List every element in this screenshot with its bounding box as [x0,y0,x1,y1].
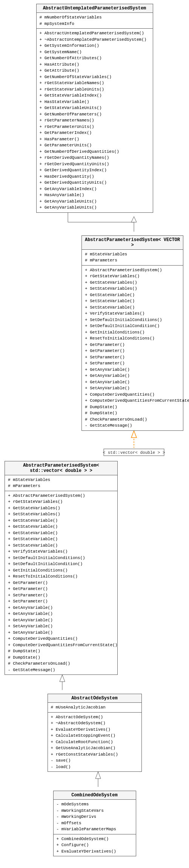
method-18: + HasParameter() [40,136,150,143]
method-12: + HasStateVariable() [40,99,150,105]
combined-connector-svg [4,772,189,791]
method-17: + GetParameterIndex() [40,130,150,136]
combined-ode-fields: - mOdeSystems - mWorkingStateVars - mWor… [54,800,136,834]
method-4: + GetSystemName() [40,49,150,55]
abstract-parameterised-stdvector-title: AbstractParameterisedSystem< std::vector… [5,461,117,475]
abstract-parameterised-stdvector-fields: # mStateVariables # mParameters [5,475,117,491]
method-5: + GetNumberOfAttributes() [40,55,150,61]
method-14: + GetNumberOfParameters() [40,111,150,118]
pv-field-1: # mStateVariables [85,251,180,258]
method-29: + GetAnyVariableUnits() [40,204,150,211]
method-7: + GetAttribute() [40,68,150,74]
method-19: + GetParameterUnits() [40,142,150,149]
combined-ode-methods: + CombinedOdeSystem() + Configure() + Ev… [54,834,136,856]
abstract-parameterised-stdvector-box: AbstractParameterisedSystem< std::vector… [5,461,118,675]
method-13: + GetStateVariableUnits() [40,105,150,111]
abstract-untemplated-box: AbstractUntemplatedParameterisedSystem #… [36,4,153,213]
method-1: + AbstractUntemplatedParameterisedSystem… [40,30,150,37]
svg-marker-9 [60,675,65,682]
abstract-ode-fields: # mUseAnalyticJacobian [48,703,141,713]
method-24: + HasDerivedQuantity() [40,174,150,180]
method-27: + HasAnyVariable() [40,192,150,198]
combined-ode-title: CombinedOdeSystem [54,791,136,800]
abstract-untemplated-fields: # mNumberOfStateVariables # mpSystemInfo [37,13,153,29]
method-3: + GetSystemInformation() [40,43,150,49]
method-8: + GetNumberOfStateVariables() [40,74,150,80]
svg-marker-5 [131,431,137,438]
abstract-untemplated-methods: + AbstractUntemplatedParameterisedSystem… [37,29,153,212]
ode-connector-svg [4,675,189,694]
method-11: + GetStateVariableIndex() [40,92,150,99]
field-2: # mpSystemInfo [40,21,150,27]
pv-field-2: # mParameters [85,257,180,264]
abstract-ode-methods: + AbstractOdeSystem() + ~AbstractOdeSyst… [48,713,141,772]
abstract-parameterised-vector-fields: # mStateVariables # mParameters [82,250,183,266]
svg-text:< std::vector< double > >: < std::vector< double > > [103,450,165,455]
top-connector-svg [4,213,189,235]
middle-connector-svg: < std::vector< double > > [4,431,189,461]
svg-marker-3 [131,217,137,222]
method-22: + rGetDerivedQuantityUnits() [40,161,150,167]
svg-marker-11 [95,772,101,779]
combined-ode-box: CombinedOdeSystem - mOdeSystems - mWorki… [53,791,136,856]
parameterised-stdvector-wrapper: AbstractParameterisedSystem< std::vector… [4,461,185,675]
method-2: + ~AbstractUntemplatedParameterisedSyste… [40,37,150,43]
parameterised-vector-wrapper: AbstractParameterisedSystem< VECTOR > # … [4,235,185,431]
method-21: + rGetDerivedQuantityNames() [40,155,150,161]
method-10: + rGetStateVariableUnits() [40,86,150,93]
abstract-parameterised-vector-box: AbstractParameterisedSystem< VECTOR > # … [81,235,183,431]
combined-ode-wrapper: CombinedOdeSystem - mOdeSystems - mWorki… [4,791,185,856]
abstract-untemplated-title: AbstractUntemplatedParameterisedSystem [37,4,153,13]
method-20: + GetNumberOfDerivedQuantities() [40,149,150,155]
method-16: + rGetParameterUnits() [40,124,150,130]
abstract-parameterised-vector-methods: + AbstractParameterisedSystem() + rGetSt… [82,266,183,430]
abstract-ode-title: AbstractOdeSystem [48,694,141,703]
abstract-parameterised-vector-title: AbstractParameterisedSystem< VECTOR > [82,236,183,250]
top-box-wrapper: AbstractUntemplatedParameterisedSystem #… [4,4,185,213]
field-1: # mNumberOfStateVariables [40,14,150,21]
method-23: + GetDerivedQuantityIndex() [40,167,150,174]
abstract-ode-box: AbstractOdeSystem # mUseAnalyticJacobian… [48,694,142,772]
method-25: + GetDerivedQuantityUnits() [40,180,150,186]
method-26: + GetAnyVariableIndex() [40,186,150,192]
method-9: + rGetStateVariableNames() [40,80,150,86]
diagram-container: AbstractUntemplatedParameterisedSystem #… [0,0,189,860]
abstract-parameterised-stdvector-methods: + AbstractParameterisedSystem() + rGetSt… [5,491,117,675]
method-28: + GetAnyVariableUnits() [40,198,150,205]
ode-system-wrapper: AbstractOdeSystem # mUseAnalyticJacobian… [4,694,185,772]
method-6: + HasAttribute() [40,61,150,68]
method-15: + rGetParameterNames() [40,117,150,124]
